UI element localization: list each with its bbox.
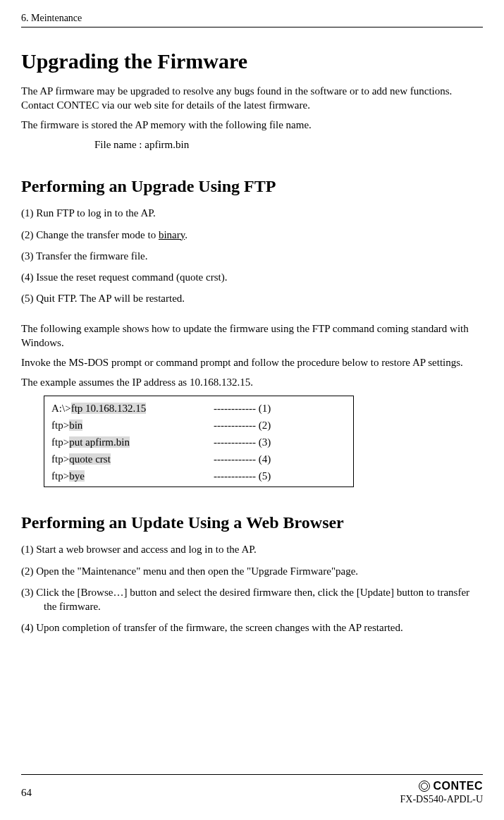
ftp-note-1: The following example shows how to updat… [21, 322, 483, 350]
ftp-step-2: (2) Change the transfer mode to binary. [21, 228, 483, 242]
file-name-line: File name : apfirm.bin [94, 138, 483, 151]
web-step-1: (1) Start a web browser and access and l… [21, 542, 483, 556]
cmd-row-5: ftp>bye ------------ (5) [51, 470, 346, 482]
cmd-marker: ------------ (5) [214, 470, 271, 482]
command-example-box: A:\>ftp 10.168.132.15 ------------ (1) f… [44, 396, 354, 487]
cmd-prefix: ftp> [51, 420, 69, 431]
chapter-header: 6. Meintenance [21, 13, 483, 25]
page-title: Upgrading the Firmware [21, 49, 483, 74]
cmd-marker: ------------ (4) [214, 453, 271, 465]
page-number: 64 [21, 786, 32, 799]
logo-mark-icon [419, 781, 430, 792]
web-step-3: (3) Click the [Browse…] button and selec… [21, 585, 483, 614]
footer-rule [21, 774, 483, 775]
intro-p2: The firmware is stored the AP memory wit… [21, 118, 483, 132]
cmd-marker: ------------ (3) [214, 436, 271, 448]
ftp-step-1: (1) Run FTP to log in to the AP. [21, 206, 483, 220]
ftp-step-2-a: (2) Change the transfer mode to [21, 229, 159, 240]
ftp-step-2-b: . [185, 229, 188, 240]
cmd-prefix: ftp> [51, 453, 69, 465]
cmd-row-2: ftp>bin ------------ (2) [51, 419, 346, 432]
cmd-prefix: A:\> [51, 403, 71, 414]
model-number: FX-DS540-APDL-U [400, 794, 483, 806]
cmd-highlight: bin [69, 420, 82, 431]
cmd-marker: ------------ (2) [214, 419, 271, 432]
web-step-4: (4) Upon completion of transfer of the f… [21, 620, 483, 635]
cmd-prefix: ftp> [51, 436, 69, 448]
cmd-row-1: A:\>ftp 10.168.132.15 ------------ (1) [51, 402, 346, 415]
ftp-step-5: (5) Quit FTP. The AP will be restarted. [21, 291, 483, 305]
intro-p1: The AP firmware may be upgraded to resol… [21, 84, 483, 113]
brand-name: CONTEC [433, 779, 483, 793]
web-heading: Performing an Update Using a Web Browser [21, 513, 483, 533]
cmd-row-3: ftp>put apfirm.bin ------------ (3) [51, 436, 346, 448]
ftp-note-2: Invoke the MS-DOS prompt or command prom… [21, 355, 483, 369]
ftp-step-4: (4) Issue the reset request command (quo… [21, 270, 483, 284]
ftp-heading: Performing an Upgrade Using FTP [21, 176, 483, 197]
footer: 64 CONTEC FX-DS540-APDL-U [21, 774, 483, 806]
ftp-step-2-underline: binary [159, 229, 185, 240]
ftp-step-3: (3) Transfer the firmware file. [21, 249, 483, 263]
brand-logo: CONTEC [400, 779, 483, 793]
cmd-marker: ------------ (1) [214, 402, 271, 415]
cmd-highlight: put apfirm.bin [69, 436, 130, 448]
header-rule [21, 27, 483, 27]
cmd-prefix: ftp> [51, 470, 69, 482]
cmd-row-4: ftp>quote crst ------------ (4) [51, 453, 346, 465]
web-step-2: (2) Open the "Maintenance" menu and then… [21, 564, 483, 578]
ftp-note-3: The example assumes the IP address as 10… [21, 375, 483, 389]
cmd-highlight: quote crst [69, 453, 111, 465]
cmd-highlight: bye [69, 470, 85, 482]
cmd-highlight: ftp 10.168.132.15 [71, 403, 147, 414]
